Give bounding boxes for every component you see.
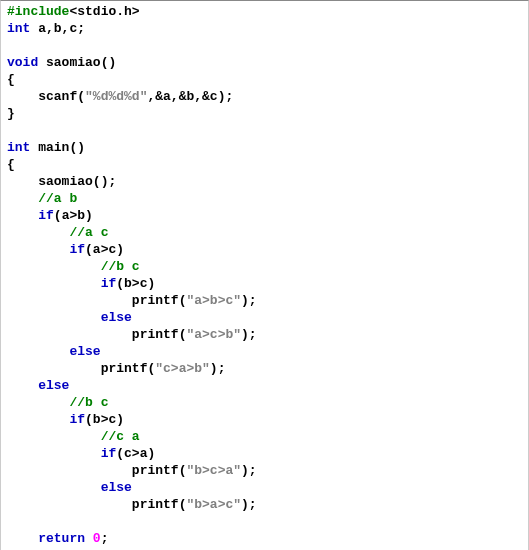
token-txt: main() <box>30 140 85 155</box>
token-txt: saomiao() <box>38 55 116 70</box>
token-txt: ); <box>241 463 257 478</box>
token-str: "c>a>b" <box>155 361 210 376</box>
code-line: if(a>b) <box>7 207 528 224</box>
indent <box>7 361 101 376</box>
token-kw: else <box>101 310 132 325</box>
token-txt: (b>c) <box>116 276 155 291</box>
indent <box>7 276 101 291</box>
indent <box>7 242 69 257</box>
code-line: printf("a>c>b"); <box>7 326 528 343</box>
indent <box>7 225 69 240</box>
token-txt <box>7 514 15 529</box>
code-line: //b c <box>7 394 528 411</box>
code-line: if(b>c) <box>7 411 528 428</box>
token-txt: ,&a,&b,&c); <box>147 89 233 104</box>
indent <box>7 191 38 206</box>
token-txt <box>85 531 93 546</box>
indent <box>7 174 38 189</box>
code-line: printf("b>a>c"); <box>7 496 528 513</box>
token-txt: { <box>7 157 15 172</box>
code-line: printf("b>c>a"); <box>7 462 528 479</box>
token-str: "b>c>a" <box>186 463 241 478</box>
indent <box>7 429 101 444</box>
token-kw: else <box>38 378 69 393</box>
indent <box>7 327 132 342</box>
token-txt: (a>b) <box>54 208 93 223</box>
token-txt: } <box>7 106 15 121</box>
token-cmt: //b c <box>101 259 140 274</box>
indent <box>7 310 101 325</box>
code-line: else <box>7 343 528 360</box>
token-kw: if <box>69 412 85 427</box>
indent <box>7 293 132 308</box>
code-line: { <box>7 156 528 173</box>
code-line: #include<stdio.h> <box>7 3 528 20</box>
token-txt: (c>a) <box>116 446 155 461</box>
indent <box>7 89 38 104</box>
token-kw: if <box>101 276 117 291</box>
token-txt: saomiao(); <box>38 174 116 189</box>
token-kw: int <box>7 140 30 155</box>
token-kw: else <box>69 344 100 359</box>
indent <box>7 395 69 410</box>
indent <box>7 480 101 495</box>
token-txt: ); <box>210 361 226 376</box>
token-txt: ; <box>101 531 109 546</box>
code-line: if(c>a) <box>7 445 528 462</box>
token-kw: int <box>7 21 30 36</box>
indent <box>7 208 38 223</box>
code-line: int a,b,c; <box>7 20 528 37</box>
code-line: void saomiao() <box>7 54 528 71</box>
code-line: } <box>7 105 528 122</box>
token-cmt: //a c <box>69 225 108 240</box>
token-txt: ); <box>241 293 257 308</box>
token-num: 0 <box>93 531 101 546</box>
token-txt: ); <box>241 327 257 342</box>
code-editor: #include<stdio.h>int a,b,c; void saomiao… <box>0 0 529 550</box>
code-line: //a b <box>7 190 528 207</box>
code-line: //b c <box>7 258 528 275</box>
indent <box>7 463 132 478</box>
code-line: scanf("%d%d%d",&a,&b,&c); <box>7 88 528 105</box>
token-kw: return <box>38 531 85 546</box>
token-kw: else <box>101 480 132 495</box>
token-txt: a,b,c; <box>30 21 85 36</box>
code-line: else <box>7 309 528 326</box>
token-cmt: //c a <box>101 429 140 444</box>
token-str: "a>b>c" <box>186 293 241 308</box>
code-line <box>7 37 528 54</box>
token-cmt: //b c <box>69 395 108 410</box>
token-kw: if <box>38 208 54 223</box>
code-line: saomiao(); <box>7 173 528 190</box>
token-txt: printf( <box>132 293 187 308</box>
token-txt: printf( <box>101 361 156 376</box>
indent <box>7 446 101 461</box>
code-line: else <box>7 377 528 394</box>
token-txt: printf( <box>132 497 187 512</box>
token-str: "b>a>c" <box>186 497 241 512</box>
token-txt: printf( <box>132 327 187 342</box>
token-kw: if <box>101 446 117 461</box>
token-cmt: //a b <box>38 191 77 206</box>
token-txt: { <box>7 72 15 87</box>
code-line: //a c <box>7 224 528 241</box>
token-str: "a>c>b" <box>186 327 241 342</box>
code-line: //c a <box>7 428 528 445</box>
code-line: int main() <box>7 139 528 156</box>
code-line: printf("a>b>c"); <box>7 292 528 309</box>
indent <box>7 378 38 393</box>
token-kw: void <box>7 55 38 70</box>
indent <box>7 497 132 512</box>
token-txt <box>7 38 15 53</box>
indent <box>7 259 101 274</box>
token-txt: <stdio.h> <box>69 4 139 19</box>
token-txt: (b>c) <box>85 412 124 427</box>
code-line: else <box>7 479 528 496</box>
code-line: { <box>7 71 528 88</box>
code-line: printf("c>a>b"); <box>7 360 528 377</box>
token-txt: (a>c) <box>85 242 124 257</box>
indent <box>7 531 38 546</box>
code-line: if(a>c) <box>7 241 528 258</box>
indent <box>7 412 69 427</box>
code-line: return 0; <box>7 530 528 547</box>
